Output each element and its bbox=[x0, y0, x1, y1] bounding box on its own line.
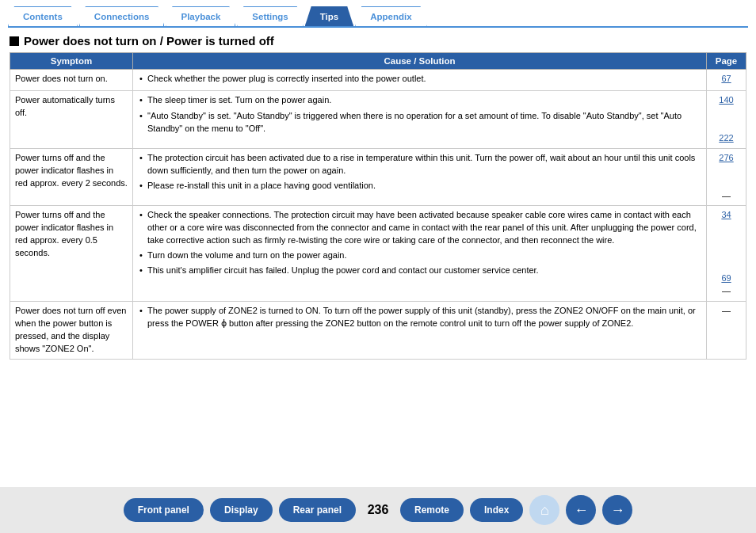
tab-playback[interactable]: Playback bbox=[166, 6, 235, 26]
page-cell: 67 bbox=[707, 70, 746, 91]
page-link[interactable]: 67 bbox=[721, 74, 731, 83]
symptom-cell: Power turns off and the power indicator … bbox=[10, 148, 133, 206]
col-header-page: Page bbox=[707, 53, 746, 70]
section-title: Power does not turn on / Power is turned… bbox=[10, 34, 746, 48]
table-row: Power does not turn on. Check whether th… bbox=[10, 70, 746, 91]
symptom-cell: Power turns off and the power indicator … bbox=[10, 206, 133, 302]
solution-cell: Check the speaker connections. The prote… bbox=[133, 206, 707, 302]
tab-contents[interactable]: Contents bbox=[8, 6, 78, 26]
section-title-text: Power does not turn on / Power is turned… bbox=[24, 34, 274, 48]
table-row: Power does not turn off even when the po… bbox=[10, 302, 746, 360]
front-panel-btn[interactable]: Front panel bbox=[124, 498, 204, 522]
remote-btn[interactable]: Remote bbox=[400, 498, 464, 522]
symptom-cell: Power automatically turns off. bbox=[10, 90, 133, 148]
page-dash: — bbox=[722, 286, 731, 295]
title-square-icon bbox=[10, 36, 19, 46]
page-link[interactable]: 276 bbox=[719, 153, 733, 162]
page-link[interactable]: 34 bbox=[721, 210, 731, 219]
page-number: 236 bbox=[362, 503, 394, 517]
tab-tips[interactable]: Tips bbox=[305, 6, 353, 26]
tab-appendix[interactable]: Appendix bbox=[355, 6, 426, 26]
forward-btn[interactable]: → bbox=[602, 495, 632, 525]
symptom-cell: Power does not turn off even when the po… bbox=[10, 302, 133, 360]
table-row: Power turns off and the power indicator … bbox=[10, 206, 746, 302]
table-row: Power turns off and the power indicator … bbox=[10, 148, 746, 206]
display-btn[interactable]: Display bbox=[210, 498, 273, 522]
bottom-nav: Front panel Display Rear panel 236 Remot… bbox=[0, 487, 756, 533]
main-content: Power does not turn on / Power is turned… bbox=[0, 28, 756, 364]
tab-connections[interactable]: Connections bbox=[79, 6, 165, 26]
solution-cell: The sleep timer is set. Turn on the powe… bbox=[133, 90, 707, 148]
col-header-symptom: Symptom bbox=[10, 53, 133, 70]
symptom-cell: Power does not turn on. bbox=[10, 70, 133, 91]
home-btn[interactable]: ⌂ bbox=[529, 495, 559, 525]
back-btn[interactable]: ← bbox=[566, 495, 596, 525]
col-header-solution: Cause / Solution bbox=[133, 53, 707, 70]
page-link[interactable]: 69 bbox=[721, 273, 731, 283]
rear-panel-btn[interactable]: Rear panel bbox=[279, 498, 356, 522]
page-dash: — bbox=[722, 306, 731, 315]
solution-cell: The protection circuit has been activate… bbox=[133, 148, 707, 206]
nav-tabs: Contents Connections Playback Settings T… bbox=[0, 0, 756, 26]
page-cell: 276 — bbox=[707, 148, 746, 206]
solution-cell: Check whether the power plug is correctl… bbox=[133, 70, 707, 91]
solution-cell: The power supply of ZONE2 is turned to O… bbox=[133, 302, 707, 360]
table-row: Power automatically turns off. The sleep… bbox=[10, 90, 746, 148]
troubleshoot-table: Symptom Cause / Solution Page Power does… bbox=[10, 52, 746, 360]
page-dash: — bbox=[722, 191, 731, 200]
page-link[interactable]: 222 bbox=[719, 133, 733, 143]
tab-settings[interactable]: Settings bbox=[237, 6, 303, 26]
page-cell: — bbox=[707, 302, 746, 360]
index-btn[interactable]: Index bbox=[470, 498, 523, 522]
page-cell: 140 222 bbox=[707, 90, 746, 148]
page-link[interactable]: 140 bbox=[719, 95, 733, 105]
page-cell: 34 69 — bbox=[707, 206, 746, 302]
